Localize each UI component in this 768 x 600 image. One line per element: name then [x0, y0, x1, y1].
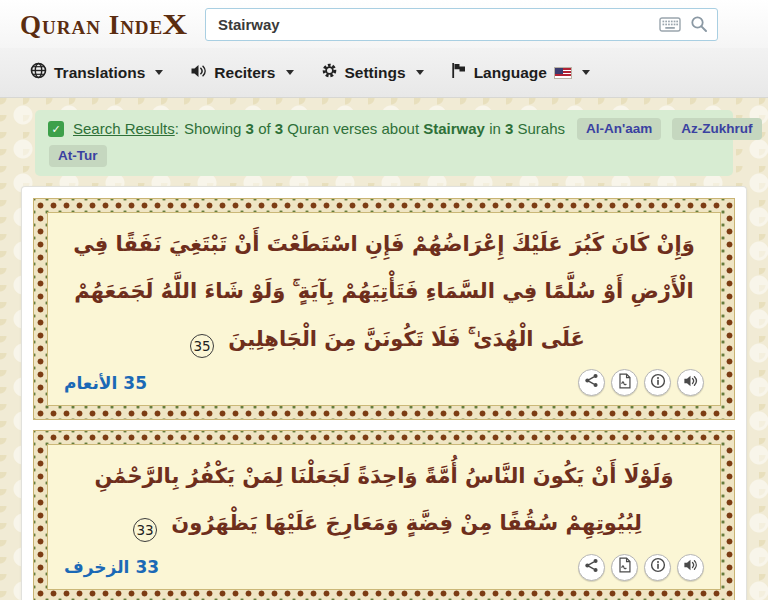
search-keyword: Stairway — [423, 120, 485, 137]
search-box — [205, 8, 718, 41]
audio-button[interactable] — [677, 369, 704, 396]
verse-card-inner: وَإِنْ كَانَ كَبُرَ عَلَيْكَ إِعْرَاضُهُ… — [48, 213, 720, 405]
nav-language-label: Language — [474, 64, 547, 82]
verse-arabic-text: وَإِنْ كَانَ كَبُرَ عَلَيْكَ إِعْرَاضُهُ… — [64, 221, 704, 363]
surah-count: 3 — [505, 120, 513, 137]
info-icon — [650, 373, 666, 393]
share-button[interactable] — [578, 369, 605, 396]
colon: : — [175, 120, 179, 137]
chevron-down-icon — [582, 70, 590, 75]
pdf-button[interactable] — [611, 554, 638, 581]
verse-card: وَلَوْلَا أَنْ يَكُونَ النَّاسُ أُمَّةً … — [33, 430, 735, 600]
chevron-down-icon — [416, 70, 424, 75]
surah-badge[interactable]: Al-An'aam — [577, 118, 661, 140]
speaker-icon — [190, 63, 207, 83]
page-content: ✓ Search Results: Showing 3 of 3 Quran v… — [0, 98, 768, 600]
site-logo[interactable]: Quran IndeX — [20, 9, 187, 39]
verse-actions — [578, 554, 704, 581]
surah-link[interactable]: الزخرف 33 — [64, 557, 159, 577]
verse-actions — [578, 369, 704, 396]
surah-link[interactable]: الأنعام 35 — [64, 373, 147, 393]
verse-card-inner: وَلَوْلَا أَنْ يَكُونَ النَّاسُ أُمَّةً … — [48, 445, 720, 590]
flag-icon — [451, 62, 467, 83]
verse-footer: الأنعام 35 — [64, 365, 704, 401]
nav-reciters-label: Reciters — [214, 64, 275, 82]
results-line-1: ✓ Search Results: Showing 3 of 3 Quran v… — [48, 118, 720, 140]
pdf-icon — [617, 373, 632, 393]
share-button[interactable] — [578, 554, 605, 581]
verse-arabic-text: وَلَوْلَا أَنْ يَكُونَ النَّاسُ أُمَّةً … — [64, 453, 704, 548]
info-icon — [650, 557, 666, 577]
surah-badge[interactable]: At-Tur — [49, 145, 107, 167]
verse-card: وَإِنْ كَانَ كَبُرَ عَلَيْكَ إِعْرَاضُهُ… — [33, 198, 735, 420]
pdf-button[interactable] — [611, 369, 638, 396]
verse-number-circle: 35 — [190, 334, 214, 358]
audio-icon — [683, 374, 698, 392]
gear-icon — [321, 62, 338, 83]
keyboard-icon[interactable] — [659, 17, 681, 32]
verse-footer: الزخرف 33 — [64, 549, 704, 585]
search-results-link[interactable]: Search Results — [73, 120, 175, 137]
info-button[interactable] — [644, 369, 671, 396]
nav-translations[interactable]: Translations — [30, 62, 163, 83]
surah-name-arabic: الأنعام — [64, 373, 117, 393]
main-nav: Translations Reciters Settings — [0, 48, 768, 98]
share-icon — [584, 558, 599, 577]
logo-x-glyph: X — [163, 9, 189, 39]
verse-number-circle: 33 — [133, 518, 157, 542]
search-input[interactable] — [218, 16, 650, 33]
checkbox-checked-icon: ✓ — [48, 121, 64, 137]
results-text: Showing 3 of 3 Quran verses about Stairw… — [184, 118, 565, 140]
nav-settings[interactable]: Settings — [321, 62, 424, 83]
logo-text: Quran Inde — [20, 12, 163, 39]
surah-badge[interactable]: Az-Zukhruf — [672, 118, 761, 140]
nav-settings-label: Settings — [345, 64, 406, 82]
chevron-down-icon — [286, 70, 294, 75]
count-shown: 3 — [246, 120, 254, 137]
chevron-down-icon — [155, 70, 163, 75]
results-line-2: At-Tur — [48, 145, 720, 167]
verses-container: وَإِنْ كَانَ كَبُرَ عَلَيْكَ إِعْرَاضُهُ… — [21, 186, 747, 600]
nav-reciters[interactable]: Reciters — [190, 63, 293, 83]
search-icon[interactable] — [690, 15, 708, 33]
us-flag-icon — [554, 67, 572, 79]
search-results-banner: ✓ Search Results: Showing 3 of 3 Quran v… — [35, 110, 733, 176]
header: Quran IndeX — [0, 0, 768, 48]
info-button[interactable] — [644, 554, 671, 581]
audio-icon — [683, 558, 698, 576]
audio-button[interactable] — [677, 554, 704, 581]
share-icon — [584, 373, 599, 392]
nav-language[interactable]: Language — [451, 62, 590, 83]
surah-verse-number: 33 — [135, 557, 159, 577]
globe-icon — [30, 62, 47, 83]
pdf-icon — [617, 557, 632, 577]
surah-verse-number: 35 — [123, 373, 147, 393]
count-total: 3 — [275, 120, 283, 137]
surah-name-arabic: الزخرف — [64, 557, 129, 577]
nav-translations-label: Translations — [54, 64, 145, 82]
